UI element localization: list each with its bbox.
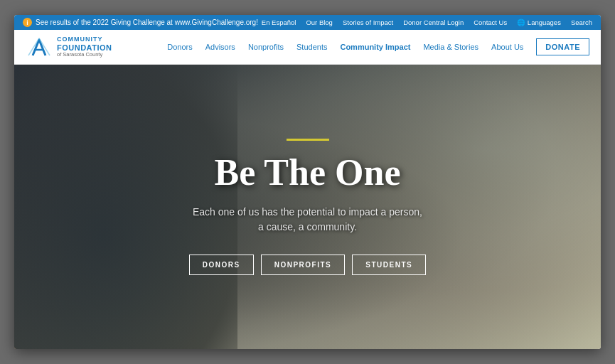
nav-students[interactable]: Students (296, 43, 327, 51)
hero-buttons: DONORS NONPROFITS STUDENTS (189, 255, 426, 275)
logo-sarasota: of Sarasota County (57, 52, 112, 58)
hero-title: Be The One (189, 152, 426, 193)
hero-students-button[interactable]: STUDENTS (352, 255, 426, 275)
logo-community: COMMUNITY (57, 36, 112, 43)
blog-link[interactable]: Our Blog (306, 18, 333, 26)
hero-subtitle-line2: a cause, a community. (258, 221, 357, 232)
hero-nonprofits-button[interactable]: NONPROFITS (261, 255, 346, 275)
info-icon: i (23, 18, 32, 27)
nav-donors[interactable]: Donors (167, 43, 192, 51)
announcement-bar: i See results of the 2022 Giving Challen… (14, 15, 601, 30)
logo-icon: COMMUNITY FOUNDATION of Sarasota County (26, 36, 112, 58)
hero-subtitle-line1: Each one of us has the potential to impa… (193, 206, 422, 218)
browser-window: i See results of the 2022 Giving Challen… (14, 15, 601, 349)
search-link[interactable]: Search (571, 18, 592, 26)
announcement-left: i See results of the 2022 Giving Challen… (23, 18, 258, 27)
nav-links: Donors Advisors Nonprofits Students Comm… (167, 38, 589, 55)
donate-button[interactable]: DONATE (536, 38, 589, 55)
contact-link[interactable]: Contact Us (474, 18, 507, 26)
stories-link[interactable]: Stories of Impact (343, 18, 393, 26)
languages-link[interactable]: 🌐 Languages (517, 18, 561, 26)
nav-community-impact[interactable]: Community Impact (340, 43, 410, 51)
hero-donors-button[interactable]: DONORS (189, 255, 254, 275)
announcement-text: See results of the 2022 Giving Challenge… (36, 18, 258, 26)
donor-central-link[interactable]: Donor Central Login (403, 18, 464, 26)
hero-section: Be The One Each one of us has the potent… (14, 65, 601, 349)
logo-text: COMMUNITY FOUNDATION of Sarasota County (57, 36, 112, 58)
nav-about-us[interactable]: About Us (491, 43, 523, 51)
announcement-links: En Español Our Blog Stories of Impact Do… (262, 18, 592, 26)
hero-content: Be The One Each one of us has the potent… (175, 124, 440, 289)
hero-subtitle: Each one of us has the potential to impa… (189, 205, 426, 235)
nav-advisors[interactable]: Advisors (205, 43, 235, 51)
nav-nonprofits[interactable]: Nonprofits (248, 43, 284, 51)
navbar: COMMUNITY FOUNDATION of Sarasota County … (14, 30, 601, 65)
nav-media-stories[interactable]: Media & Stories (423, 43, 478, 51)
logo-svg (26, 36, 53, 58)
hero-divider (287, 139, 329, 141)
lang-link[interactable]: En Español (262, 18, 296, 26)
logo-area[interactable]: COMMUNITY FOUNDATION of Sarasota County (26, 36, 112, 58)
